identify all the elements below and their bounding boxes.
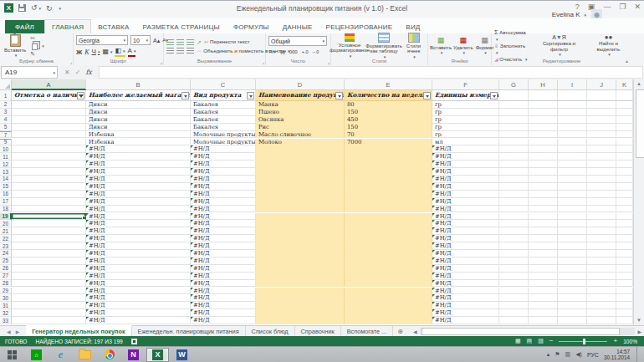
filter-dropdown-icon[interactable] [490,92,498,99]
cell-G13[interactable] [499,168,529,176]
cell-G18[interactable] [499,206,529,213]
cell-F2[interactable]: гр [432,101,499,109]
cell-D28[interactable] [256,280,345,288]
cell-A28[interactable] [12,280,86,288]
ribbon-tab-главная[interactable]: ГЛАВНАЯ [44,19,91,33]
ribbon-tab-разметка страницы[interactable]: РАЗМЕТКА СТРАНИЦЫ [135,20,226,33]
column-header-A[interactable]: A [12,79,86,90]
cell-B11[interactable]: #Н/Д [86,153,191,161]
cell-J19[interactable] [587,213,616,221]
confirm-entry-icon[interactable]: ✓ [75,69,81,76]
cell-I23[interactable] [558,242,587,250]
cell-H28[interactable] [529,280,558,288]
cell-D24[interactable] [256,250,345,257]
cell-G19[interactable] [499,213,529,221]
cell-A18[interactable] [12,206,86,213]
copy-icon[interactable]: ▾ [30,42,44,50]
dialog-launcher-icon[interactable]: ⌟ [327,59,330,64]
cell-H14[interactable] [529,176,558,183]
cell-J23[interactable] [587,242,616,250]
cell-K31[interactable] [616,302,633,309]
macro-record-icon[interactable] [131,339,137,344]
cell-I22[interactable] [558,235,587,242]
cell-F33[interactable]: #Н/Д [432,317,499,324]
cell-I29[interactable] [558,288,587,295]
cell-D7[interactable]: Масло сливочное [256,131,345,139]
cell-A23[interactable] [12,242,86,250]
close-icon[interactable]: ✕ [634,3,641,11]
cell-K7[interactable] [616,131,633,139]
network-icon[interactable]: ▥ [565,351,571,358]
cell-B16[interactable]: #Н/Д [86,191,191,198]
cell-J7[interactable] [587,131,616,139]
zoom-out-icon[interactable]: − [549,338,554,344]
delete-cells-button[interactable]: ▦Удалить▾ [453,37,473,55]
cell-C21[interactable]: #Н/Д [191,227,256,235]
cell-B4[interactable]: Дикси [86,116,191,124]
cell-I7[interactable] [558,131,587,139]
cell-E15[interactable] [345,183,432,191]
cell-I15[interactable] [558,183,587,191]
cell-J10[interactable] [587,145,616,153]
cell-H4[interactable] [529,116,558,124]
cell-A32[interactable] [12,309,86,317]
cell-H24[interactable] [529,250,558,257]
cell-D31[interactable] [256,302,345,309]
cell-B29[interactable]: #Н/Д [86,288,191,295]
vertical-scrollbar[interactable]: ▲ ▼ [633,79,644,325]
cell-F29[interactable]: #Н/Д [432,288,499,295]
accounting-format-icon[interactable]: ¤▾ [268,48,275,56]
cell-E3[interactable]: 150 [345,109,432,116]
cell-J28[interactable] [587,280,616,288]
cell-H31[interactable] [529,302,558,309]
zoom-slider[interactable] [559,341,607,342]
cell-J14[interactable] [587,176,616,183]
cell-I17[interactable] [558,198,587,206]
cell-C33[interactable]: #Н/Д [191,317,256,324]
row-header-17[interactable]: 17 [0,198,12,206]
align-top-icon[interactable] [166,39,174,45]
cell-G29[interactable] [499,288,529,295]
cell-B9[interactable]: Избенка [86,139,191,146]
cell-I12[interactable] [558,161,587,168]
horizontal-scroll-thumb[interactable] [422,328,621,335]
column-header-E[interactable]: E [345,79,432,90]
row-header-9[interactable]: 9 [0,139,12,146]
cell-F13[interactable]: #Н/Д [432,168,499,176]
row-header-33[interactable]: 33 [0,317,12,324]
align-bottom-icon[interactable] [187,39,194,45]
cell-J27[interactable] [587,273,616,280]
cell-F31[interactable]: #Н/Д [432,302,499,309]
cell-C9[interactable]: Молочные продукты [191,139,256,146]
cell-C32[interactable]: #Н/Д [191,309,256,317]
cell-H25[interactable] [529,257,558,265]
cell-D18[interactable] [256,206,345,213]
cell-G26[interactable] [499,265,529,273]
cell-D11[interactable] [256,153,345,161]
row-header-21[interactable]: 21 [0,227,12,235]
cell-B15[interactable]: #Н/Д [86,183,191,191]
cell-K26[interactable] [616,265,633,273]
cell-J18[interactable] [587,206,616,213]
cell-C22[interactable]: #Н/Д [191,235,256,242]
cell-I13[interactable] [558,168,587,176]
cell-F21[interactable]: #Н/Д [432,227,499,235]
cell-C29[interactable]: #Н/Д [191,288,256,295]
cell-D16[interactable] [256,191,345,198]
font-color-icon[interactable]: А▾ [128,47,136,57]
cut-icon[interactable]: ✂ [30,34,44,42]
cell-A20[interactable] [12,220,86,227]
cell-D19[interactable] [256,213,345,221]
cell-K17[interactable] [616,198,633,206]
volume-icon[interactable]: ◀) [575,351,582,358]
cell-F32[interactable]: #Н/Д [432,309,499,317]
row-header-7[interactable]: 7 [0,131,12,139]
cell-G2[interactable] [499,101,529,109]
cell-B18[interactable]: #Н/Д [86,206,191,213]
cell-G32[interactable] [499,309,529,317]
cell-D13[interactable] [256,168,345,176]
cell-J15[interactable] [587,183,616,191]
cell-F10[interactable]: #Н/Д [432,145,499,153]
cell-C4[interactable]: Бакалея [191,116,256,124]
filter-dropdown-icon[interactable] [181,92,189,99]
